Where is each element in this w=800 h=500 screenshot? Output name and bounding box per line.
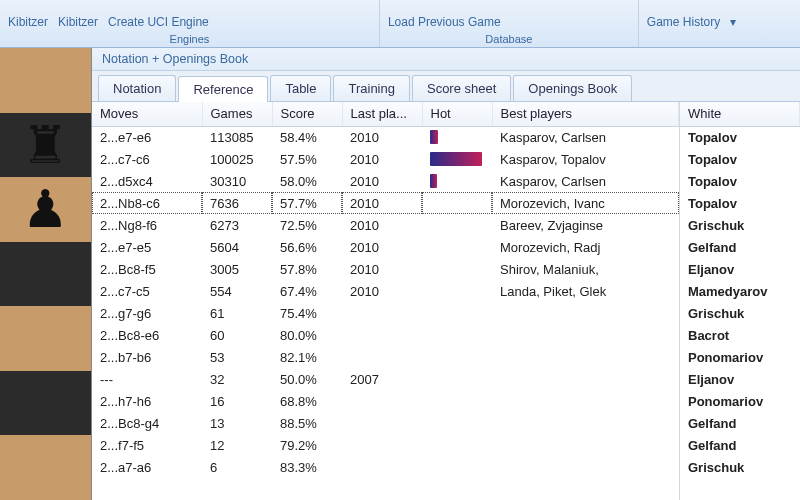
- table-row[interactable]: Topalov: [680, 126, 800, 148]
- cell-last: [342, 302, 422, 324]
- table-row[interactable]: 2...a7-a6683.3%: [92, 456, 679, 478]
- cell-score: 57.7%: [272, 192, 342, 214]
- cell-score: 58.4%: [272, 126, 342, 148]
- table-row[interactable]: 2...Bc8-g41388.5%: [92, 412, 679, 434]
- cell-games: 30310: [202, 170, 272, 192]
- col-white[interactable]: White: [680, 102, 800, 126]
- col-moves[interactable]: Moves: [92, 102, 202, 126]
- table-row[interactable]: 2...f7-f51279.2%: [92, 434, 679, 456]
- cell-hot: [422, 170, 492, 192]
- table-row[interactable]: 2...Bc8-e66080.0%: [92, 324, 679, 346]
- table-row[interactable]: Eljanov: [680, 258, 800, 280]
- col-best[interactable]: Best players: [492, 102, 679, 126]
- table-row[interactable]: 2...Nb8-c6763657.7%2010Morozevich, Ivanc: [92, 192, 679, 214]
- moves-table: Moves Games Score Last pla... Hot Best p…: [92, 102, 679, 478]
- cell-best: Bareev, Zvjaginse: [492, 214, 679, 236]
- table-row[interactable]: 2...h7-h61668.8%: [92, 390, 679, 412]
- table-row[interactable]: 2...g7-g66175.4%: [92, 302, 679, 324]
- hot-bar: [430, 130, 438, 144]
- tab-openings-book[interactable]: Openings Book: [513, 75, 632, 101]
- cell-games: 7636: [202, 192, 272, 214]
- cell-move: 2...Bc8-f5: [92, 258, 202, 280]
- ribbon-item-load-prev[interactable]: Load Previous Game: [388, 15, 501, 29]
- table-row[interactable]: Bacrot: [680, 324, 800, 346]
- ribbon-item-kibitzer-1[interactable]: Kibitzer: [8, 15, 48, 29]
- cell-white: Eljanov: [680, 258, 800, 280]
- cell-last: 2010: [342, 236, 422, 258]
- cell-white: Topalov: [680, 170, 800, 192]
- table-row[interactable]: Topalov: [680, 170, 800, 192]
- table-row[interactable]: 2...e7-e611308558.4%2010Kasparov, Carlse…: [92, 126, 679, 148]
- table-row[interactable]: Grischuk: [680, 456, 800, 478]
- ribbon: Kibitzer Kibitzer Create UCI Engine Engi…: [0, 0, 800, 48]
- cell-last: 2010: [342, 148, 422, 170]
- table-row[interactable]: Ponomariov: [680, 390, 800, 412]
- table-row[interactable]: 2...d5xc43031058.0%2010Kasparov, Carlsen: [92, 170, 679, 192]
- tab-reference[interactable]: Reference: [178, 76, 268, 102]
- cell-score: 80.0%: [272, 324, 342, 346]
- cell-score: 88.5%: [272, 412, 342, 434]
- cell-move: 2...a7-a6: [92, 456, 202, 478]
- cell-hot: [422, 390, 492, 412]
- table-row[interactable]: Grischuk: [680, 214, 800, 236]
- table-row[interactable]: 2...b7-b65382.1%: [92, 346, 679, 368]
- cell-best: Shirov, Malaniuk,: [492, 258, 679, 280]
- cell-white: Gelfand: [680, 434, 800, 456]
- cell-last: [342, 324, 422, 346]
- table-row[interactable]: ---3250.0%2007: [92, 368, 679, 390]
- cell-move: 2...h7-h6: [92, 390, 202, 412]
- board-square: [0, 371, 91, 436]
- dropdown-icon[interactable]: ▾: [730, 15, 736, 29]
- board-square: [0, 48, 91, 113]
- cell-best: Kasparov, Carlsen: [492, 170, 679, 192]
- cell-white: Ponomariov: [680, 390, 800, 412]
- table-row[interactable]: Ponomariov: [680, 346, 800, 368]
- ribbon-item-create-engine[interactable]: Create UCI Engine: [108, 15, 209, 29]
- col-games[interactable]: Games: [202, 102, 272, 126]
- cell-white: Topalov: [680, 192, 800, 214]
- chessboard-strip: ♜ ♟: [0, 48, 92, 500]
- table-row[interactable]: Gelfand: [680, 236, 800, 258]
- cell-best: [492, 412, 679, 434]
- table-row[interactable]: Grischuk: [680, 302, 800, 324]
- cell-score: 82.1%: [272, 346, 342, 368]
- cell-games: 16: [202, 390, 272, 412]
- table-row[interactable]: Gelfand: [680, 434, 800, 456]
- col-last[interactable]: Last pla...: [342, 102, 422, 126]
- white-players-panel: White TopalovTopalovTopalovTopalovGrisch…: [680, 102, 800, 500]
- cell-best: Morozevich, Radj: [492, 236, 679, 258]
- rook-icon: ♜: [22, 119, 69, 171]
- table-row[interactable]: 2...e7-e5560456.6%2010Morozevich, Radj: [92, 236, 679, 258]
- cell-hot: [422, 214, 492, 236]
- ribbon-item-game-history[interactable]: Game History: [647, 15, 720, 29]
- tab-training[interactable]: Training: [333, 75, 409, 101]
- cell-hot: [422, 434, 492, 456]
- cell-last: 2010: [342, 192, 422, 214]
- col-hot[interactable]: Hot: [422, 102, 492, 126]
- table-row[interactable]: Mamedyarov: [680, 280, 800, 302]
- cell-white: Grischuk: [680, 302, 800, 324]
- ribbon-group-database: Load Previous Game Database: [380, 0, 639, 47]
- col-score[interactable]: Score: [272, 102, 342, 126]
- cell-move: 2...f7-f5: [92, 434, 202, 456]
- tab-score-sheet[interactable]: Score sheet: [412, 75, 511, 101]
- table-row[interactable]: Eljanov: [680, 368, 800, 390]
- table-row[interactable]: Topalov: [680, 192, 800, 214]
- table-row[interactable]: 2...c7-c610002557.5%2010Kasparov, Topalo…: [92, 148, 679, 170]
- cell-score: 79.2%: [272, 434, 342, 456]
- cell-last: 2010: [342, 258, 422, 280]
- table-row[interactable]: 2...Ng8-f6627372.5%2010Bareev, Zvjaginse: [92, 214, 679, 236]
- table-row[interactable]: 2...Bc8-f5300557.8%2010Shirov, Malaniuk,: [92, 258, 679, 280]
- cell-games: 6: [202, 456, 272, 478]
- table-row[interactable]: Topalov: [680, 148, 800, 170]
- cell-score: 72.5%: [272, 214, 342, 236]
- table-row[interactable]: 2...c7-c555467.4%2010Landa, Piket, Glek: [92, 280, 679, 302]
- cell-score: 56.6%: [272, 236, 342, 258]
- ribbon-label-engines: Engines: [8, 29, 371, 45]
- cell-games: 61: [202, 302, 272, 324]
- tab-table[interactable]: Table: [270, 75, 331, 101]
- tab-notation[interactable]: Notation: [98, 75, 176, 101]
- table-row[interactable]: Gelfand: [680, 412, 800, 434]
- ribbon-item-kibitzer-2[interactable]: Kibitzer: [58, 15, 98, 29]
- cell-white: Eljanov: [680, 368, 800, 390]
